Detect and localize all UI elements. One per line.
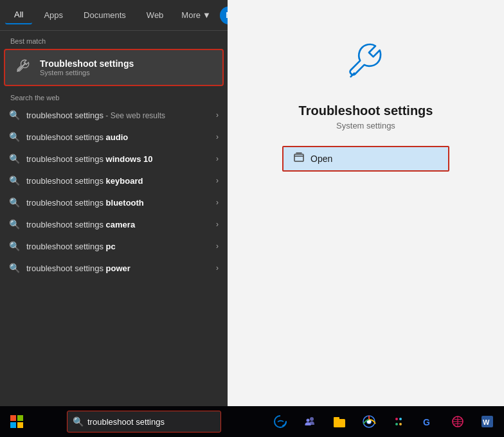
search-icon-7: 🔍 [9,263,20,273]
tab-documents[interactable]: Documents [75,6,135,24]
teams-icon[interactable] [296,407,324,436]
chevron-icon-2: › [216,154,219,163]
search-icon-2: 🔍 [9,154,20,164]
best-match-item[interactable]: Troubleshoot settings System settings [4,49,224,86]
taskbar: 🔍 [0,406,504,437]
svg-point-6 [310,417,314,421]
search-icon-1: 🔍 [9,132,20,142]
best-match-title: Troubleshoot settings [40,58,134,69]
svg-rect-2 [10,415,16,421]
search-items-list: 🔍 troubleshoot settings - See web result… [0,104,228,406]
search-icon-6: 🔍 [9,241,20,251]
svg-point-14 [399,418,402,420]
large-wrench-icon [343,39,389,93]
taskbar-search-input[interactable] [87,417,190,427]
chevron-icon-5: › [216,220,219,229]
search-item-bluetooth[interactable]: 🔍 troubleshoot settings bluetooth › [0,192,228,213]
file-explorer-icon[interactable] [325,407,354,436]
chevron-down-icon: ▼ [203,10,211,20]
best-match-text: Troubleshoot settings System settings [40,58,134,76]
chevron-icon-7: › [216,263,219,272]
chevron-icon-6: › [216,242,219,251]
chevron-icon-1: › [216,132,219,141]
search-icon-0: 🔍 [9,110,20,120]
tab-apps[interactable]: Apps [35,6,72,24]
best-match-subtitle: System settings [40,69,134,76]
start-button[interactable] [3,407,31,436]
search-item-web-results[interactable]: 🔍 troubleshoot settings - See web result… [0,104,228,126]
nav-tabs: All Apps Documents Web More ▼ N 🗨 ⋯ ✕ [0,0,228,31]
chevron-icon-4: › [216,198,219,207]
vpn-icon[interactable] [444,407,472,436]
svg-rect-5 [17,422,23,428]
search-web-label: Search the web [0,86,228,104]
svg-rect-1 [294,154,303,161]
svg-point-15 [395,423,398,425]
left-panel: All Apps Documents Web More ▼ N 🗨 ⋯ ✕ Be… [0,0,228,406]
best-match-label: Best match [0,31,228,49]
search-icon-3: 🔍 [9,175,20,186]
svg-text:W: W [483,418,490,426]
right-panel-subtitle: System settings [336,121,395,130]
taskbar-app-icons: G W [266,407,501,436]
wrench-icon [14,57,32,78]
google-icon[interactable]: G [414,407,442,436]
open-label: Open [310,154,332,164]
search-item-power[interactable]: 🔍 troubleshoot settings power › [0,257,228,279]
chevron-icon-3: › [216,176,219,185]
svg-rect-3 [17,415,23,421]
right-panel-title: Troubleshoot settings [299,103,433,118]
chevron-icon-0: › [216,111,219,120]
tab-all[interactable]: All [5,6,32,24]
svg-point-7 [307,419,310,422]
search-icon-5: 🔍 [9,219,20,229]
taskbar-search-icon: 🔍 [73,416,84,427]
search-item-keyboard[interactable]: 🔍 troubleshoot settings keyboard › [0,170,228,192]
svg-text:G: G [423,417,430,427]
open-icon [294,152,305,165]
search-item-windows10[interactable]: 🔍 troubleshoot settings windows 10 › [0,148,228,170]
slack-icon[interactable] [384,407,413,436]
right-panel: Troubleshoot settings System settings Op… [228,0,504,406]
tab-more[interactable]: More ▼ [175,6,217,24]
search-icon-4: 🔍 [9,197,20,208]
start-menu: All Apps Documents Web More ▼ N 🗨 ⋯ ✕ Be… [0,0,504,406]
tab-web[interactable]: Web [138,6,173,24]
chrome-icon[interactable] [355,407,383,436]
search-item-audio[interactable]: 🔍 troubleshoot settings audio › [0,126,228,148]
open-button[interactable]: Open [282,146,449,172]
svg-rect-9 [334,417,339,420]
svg-point-13 [395,418,398,420]
svg-point-16 [399,423,402,425]
svg-rect-4 [10,422,16,428]
edge-icon[interactable] [266,407,294,436]
word-icon[interactable]: W [473,407,501,436]
search-item-camera[interactable]: 🔍 troubleshoot settings camera › [0,213,228,235]
taskbar-search-box[interactable]: 🔍 [67,411,221,433]
search-item-pc[interactable]: 🔍 troubleshoot settings pc › [0,235,228,257]
